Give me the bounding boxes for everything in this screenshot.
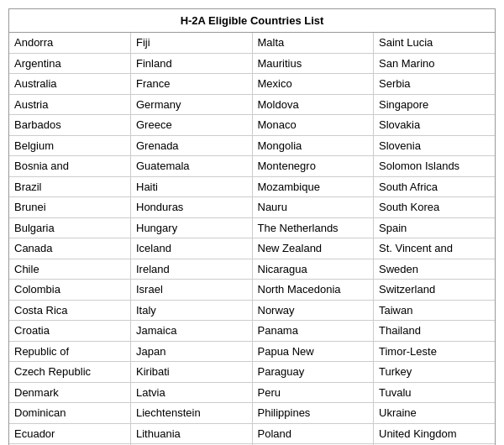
country-cell: Croatia	[9, 321, 131, 342]
country-cell: Turkey	[374, 362, 496, 383]
country-cell: Ukraine	[374, 403, 496, 424]
country-cell: Chile	[9, 259, 131, 280]
country-cell: Czech Republic	[9, 362, 131, 383]
country-cell: Canada	[9, 238, 131, 259]
country-cell: Taiwan	[374, 300, 496, 321]
table-row: Bosnia andGuatemalaMontenegroSolomon Isl…	[9, 156, 495, 177]
country-cell: Brunei	[9, 197, 131, 218]
main-container: H-2A Eligible Countries List AndorraFiji…	[8, 8, 496, 445]
country-cell: Australia	[9, 74, 131, 95]
country-cell: Costa Rica	[9, 300, 131, 321]
table-row: BruneiHondurasNauruSouth Korea	[9, 197, 495, 218]
country-cell: Jamaica	[131, 321, 253, 342]
table-row: BrazilHaitiMozambiqueSouth Africa	[9, 176, 495, 197]
country-cell: Sweden	[374, 259, 496, 280]
country-cell: Serbia	[374, 74, 496, 95]
country-cell: Kiribati	[131, 362, 253, 383]
country-cell: Bulgaria	[9, 217, 131, 238]
country-cell: South Korea	[374, 197, 496, 218]
country-cell: Montenegro	[252, 156, 374, 177]
country-cell: Paraguay	[252, 362, 374, 383]
country-cell: Philippines	[252, 403, 374, 424]
country-cell: Slovenia	[374, 135, 496, 156]
table-row: ChileIrelandNicaraguaSweden	[9, 259, 495, 280]
country-cell: Dominican	[9, 403, 131, 424]
country-cell: Guatemala	[131, 156, 253, 177]
country-cell: Israel	[131, 280, 253, 301]
country-cell: Honduras	[131, 197, 253, 218]
country-cell: Italy	[131, 300, 253, 321]
country-cell: Germany	[131, 94, 253, 115]
country-cell: Fiji	[131, 33, 253, 53]
table-row: AndorraFijiMaltaSaint Lucia	[9, 33, 495, 53]
country-cell: Tuvalu	[374, 382, 496, 403]
country-cell: Argentina	[9, 53, 131, 74]
country-cell: Andorra	[9, 33, 131, 53]
country-cell: France	[131, 74, 253, 95]
country-cell: Saint Lucia	[374, 33, 496, 53]
country-cell: Timor-Leste	[374, 341, 496, 362]
table-row: DenmarkLatviaPeruTuvalu	[9, 382, 495, 403]
table-row: CanadaIcelandNew ZealandSt. Vincent and	[9, 238, 495, 259]
country-cell: Liechtenstein	[131, 403, 253, 424]
country-cell: New Zealand	[252, 238, 374, 259]
table-row: ArgentinaFinlandMauritiusSan Marino	[9, 53, 495, 74]
country-cell: North Macedonia	[252, 280, 374, 301]
country-cell: Japan	[131, 341, 253, 362]
country-cell: Mongolia	[252, 135, 374, 156]
country-table: AndorraFijiMaltaSaint LuciaArgentinaFinl…	[9, 33, 495, 445]
table-row: Costa RicaItalyNorwayTaiwan	[9, 300, 495, 321]
table-row: BarbadosGreeceMonacoSlovakia	[9, 115, 495, 136]
country-cell: Switzerland	[374, 280, 496, 301]
country-cell: Grenada	[131, 135, 253, 156]
country-cell: Bosnia and	[9, 156, 131, 177]
country-cell: United Kingdom	[374, 423, 496, 444]
country-cell: Nauru	[252, 197, 374, 218]
country-cell: Slovakia	[374, 115, 496, 136]
country-cell: Norway	[252, 300, 374, 321]
table-row: BelgiumGrenadaMongoliaSlovenia	[9, 135, 495, 156]
table-row: BulgariaHungaryThe NetherlandsSpain	[9, 217, 495, 238]
country-cell: Mauritius	[252, 53, 374, 74]
table-row: Czech RepublicKiribatiParaguayTurkey	[9, 362, 495, 383]
country-cell: Peru	[252, 382, 374, 403]
country-cell: Barbados	[9, 115, 131, 136]
table-row: DominicanLiechtensteinPhilippinesUkraine	[9, 403, 495, 424]
country-cell: Mozambique	[252, 176, 374, 197]
country-cell: Ecuador	[9, 423, 131, 444]
country-cell: Greece	[131, 115, 253, 136]
table-row: AustriaGermanyMoldovaSingapore	[9, 94, 495, 115]
table-title: H-2A Eligible Countries List	[9, 9, 495, 33]
country-cell: Latvia	[131, 382, 253, 403]
country-cell: Belgium	[9, 135, 131, 156]
table-row: Republic ofJapanPapua NewTimor-Leste	[9, 341, 495, 362]
country-cell: Hungary	[131, 217, 253, 238]
country-cell: The Netherlands	[252, 217, 374, 238]
country-cell: Colombia	[9, 280, 131, 301]
country-cell: Austria	[9, 94, 131, 115]
country-cell: Brazil	[9, 176, 131, 197]
country-cell: Monaco	[252, 115, 374, 136]
country-cell: Republic of	[9, 341, 131, 362]
country-cell: Lithuania	[131, 423, 253, 444]
country-cell: Moldova	[252, 94, 374, 115]
country-cell: Poland	[252, 423, 374, 444]
country-cell: Thailand	[374, 321, 496, 342]
country-cell: Finland	[131, 53, 253, 74]
country-cell: Denmark	[9, 382, 131, 403]
country-cell: Mexico	[252, 74, 374, 95]
country-cell: Nicaragua	[252, 259, 374, 280]
country-cell: Solomon Islands	[374, 156, 496, 177]
table-row: AustraliaFranceMexicoSerbia	[9, 74, 495, 95]
country-cell: Panama	[252, 321, 374, 342]
country-cell: Malta	[252, 33, 374, 53]
country-cell: Haiti	[131, 176, 253, 197]
table-row: CroatiaJamaicaPanamaThailand	[9, 321, 495, 342]
country-cell: San Marino	[374, 53, 496, 74]
country-cell: Iceland	[131, 238, 253, 259]
country-cell: Ireland	[131, 259, 253, 280]
table-row: ColombiaIsraelNorth MacedoniaSwitzerland	[9, 280, 495, 301]
table-row: EcuadorLithuaniaPolandUnited Kingdom	[9, 423, 495, 444]
country-cell: St. Vincent and	[374, 238, 496, 259]
country-cell: Singapore	[374, 94, 496, 115]
